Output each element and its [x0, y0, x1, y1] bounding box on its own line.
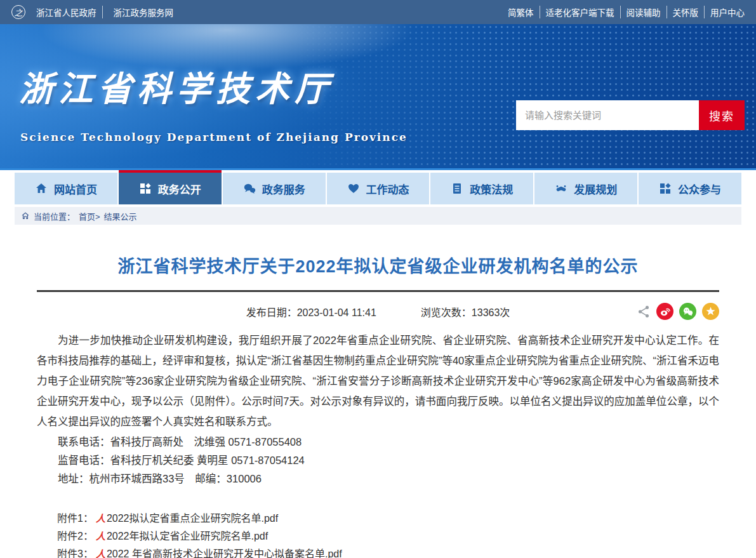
- attachment-row: 附件1：人2022拟认定省重点企业研究院名单.pdf: [37, 510, 719, 528]
- nav-tab-gov-info-disclosure[interactable]: 政务公开: [119, 173, 223, 204]
- nav-tab-label: 政务公开: [158, 181, 201, 197]
- weibo-share-icon[interactable]: [656, 303, 673, 320]
- attachment-label: 附件2：: [57, 531, 93, 541]
- nav-tab-label: 网站首页: [54, 181, 97, 197]
- publish-date-label: 发布日期：: [246, 307, 297, 318]
- nav-tab-label: 公众参与: [678, 181, 721, 197]
- view-count-value: 13363次: [472, 307, 510, 318]
- attachment-row: 附件2：人2022年拟认定省企业研究院名单.pdf: [37, 528, 719, 545]
- breadcrumb-home-link[interactable]: 首页>: [79, 210, 100, 222]
- attachment-link[interactable]: 2022 年省高新技术企业研究开发中心拟备案名单.pdf: [107, 548, 342, 558]
- breadcrumb-label: 当前位置：: [34, 210, 75, 222]
- article-title: 浙江省科学技术厅关于2022年拟认定省级企业研发机构名单的公示: [37, 253, 719, 277]
- pdf-icon: 人: [93, 531, 107, 541]
- nav-tab-label: 政策法规: [470, 181, 513, 197]
- nav-tab-development-planning[interactable]: 发展规划: [534, 173, 639, 204]
- nav-tab-home[interactable]: 网站首页: [15, 173, 119, 204]
- nav-tab-policies-regulations[interactable]: 政策法规: [430, 173, 534, 204]
- article-container: 浙江省科学技术厅关于2022年拟认定省级企业研发机构名单的公示 发布日期：202…: [37, 225, 719, 558]
- blocks-icon: [659, 182, 672, 195]
- attachment-link[interactable]: 2022年拟认定省企业研究院名单.pdf: [107, 531, 268, 541]
- attachment-link[interactable]: 2022拟认定省重点企业研究院名单.pdf: [107, 513, 278, 524]
- nav-tab-public-participation[interactable]: 公众参与: [639, 173, 741, 204]
- article-meta-row: 发布日期：2023-01-04 11:41 浏览次数：13363次: [37, 302, 719, 321]
- gov-links: 之 浙江省人民政府 浙江政务服务网: [11, 5, 173, 19]
- chat-icon: [243, 182, 256, 195]
- world-map-dots-decoration: [288, 24, 756, 168]
- share-icon[interactable]: [637, 305, 651, 319]
- heart-icon: [347, 182, 360, 195]
- home-outline-icon: [21, 211, 30, 220]
- publish-date: 发布日期：2023-01-04 11:41: [246, 304, 376, 319]
- link-care-version[interactable]: 关怀版: [667, 6, 705, 18]
- main-nav: 网站首页 政务公开 政务服务 工作动态 政策法规 发展规划 公众参与: [15, 173, 741, 204]
- article-body: 为进一步加快推动企业研发机构建设，我厅组织开展了2022年省重点企业研究院、省企…: [37, 330, 719, 558]
- blocks-icon: [139, 182, 152, 195]
- address-line: 地址：杭州市环城西路33号 邮编：310006: [37, 470, 719, 488]
- site-subtitle-english: Science Technology Department of Zhejian…: [20, 131, 408, 143]
- site-title: 浙江省科学技术厅: [19, 61, 334, 111]
- attachment-label: 附件3：: [57, 548, 93, 558]
- view-count-label: 浏览次数：: [421, 307, 472, 318]
- qzone-share-icon[interactable]: [702, 303, 719, 320]
- utility-links: 简繁体 适老化客户端下载 阅读辅助 关怀版 用户中心: [502, 6, 745, 18]
- nav-tab-gov-services[interactable]: 政务服务: [223, 173, 327, 204]
- supervision-phone-line: 监督电话：省科技厅机关纪委 黄明星 0571-87054124: [37, 451, 719, 470]
- share-buttons: [637, 303, 719, 320]
- title-divider: [37, 290, 719, 292]
- nav-tab-label: 工作动态: [366, 181, 409, 197]
- search-button[interactable]: 搜索: [699, 100, 745, 130]
- link-provincial-gov[interactable]: 浙江省人民政府: [30, 6, 103, 18]
- breadcrumb: 当前位置： 首页> 结果公示: [15, 207, 741, 225]
- breadcrumb-current: 结果公示: [104, 210, 137, 222]
- link-elderly-client-download[interactable]: 适老化客户端下载: [540, 6, 621, 18]
- link-user-center[interactable]: 用户中心: [705, 6, 745, 18]
- pdf-icon: 人: [93, 513, 107, 524]
- attachment-label: 附件1：: [57, 513, 93, 524]
- pdf-icon: 人: [93, 548, 107, 558]
- contact-info: 联系电话：省科技厅高新处 沈维强 0571-87055408 监督电话：省科技厅…: [37, 433, 719, 488]
- publish-date-value: 2023-01-04 11:41: [297, 307, 376, 318]
- search-bar: 搜索: [516, 100, 745, 130]
- home-icon: [35, 182, 48, 195]
- handshake-icon: [555, 182, 567, 195]
- link-simplified-traditional[interactable]: 简繁体: [502, 6, 540, 18]
- document-icon: [451, 182, 463, 195]
- view-count: 浏览次数：13363次: [421, 304, 510, 319]
- article-paragraph: 为进一步加快推动企业研发机构建设，我厅组织开展了2022年省重点企业研究院、省企…: [37, 330, 719, 432]
- link-reading-aid[interactable]: 阅读辅助: [621, 6, 667, 18]
- attachment-row: 附件3：人2022 年省高新技术企业研究开发中心拟备案名单.pdf: [37, 545, 719, 558]
- nav-tab-label: 发展规划: [574, 181, 617, 197]
- nav-tab-work-updates[interactable]: 工作动态: [327, 173, 431, 204]
- banner: 浙江省科学技术厅 Science Technology Department o…: [0, 24, 756, 170]
- search-input[interactable]: [516, 100, 699, 130]
- zhejiang-gov-logo-icon: 之: [11, 5, 25, 19]
- link-service-site[interactable]: 浙江政务服务网: [108, 6, 174, 18]
- contact-phone-line: 联系电话：省科技厅高新处 沈维强 0571-87055408: [37, 433, 719, 451]
- wechat-share-icon[interactable]: [679, 303, 696, 320]
- top-utility-bar: 之 浙江省人民政府 浙江政务服务网 简繁体 适老化客户端下载 阅读辅助 关怀版 …: [0, 0, 756, 24]
- nav-tab-label: 政务服务: [262, 181, 305, 197]
- attachment-list: 附件1：人2022拟认定省重点企业研究院名单.pdf 附件2：人2022年拟认定…: [37, 510, 719, 558]
